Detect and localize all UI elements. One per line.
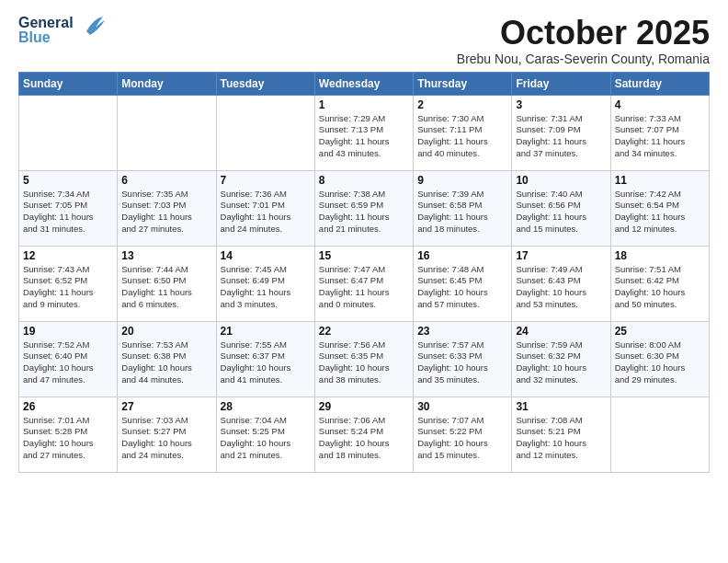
day-number: 21 <box>221 325 311 338</box>
calendar-cell: 20Sunrise: 7:53 AM Sunset: 6:38 PM Dayli… <box>118 321 216 396</box>
calendar-cell: 26Sunrise: 7:01 AM Sunset: 5:28 PM Dayli… <box>19 396 118 472</box>
day-info: Sunrise: 7:57 AM Sunset: 6:33 PM Dayligh… <box>417 339 507 386</box>
day-number: 8 <box>319 174 409 187</box>
day-number: 16 <box>417 249 507 262</box>
day-number: 14 <box>221 249 311 262</box>
day-info: Sunrise: 7:38 AM Sunset: 6:59 PM Dayligh… <box>319 189 409 236</box>
calendar-cell: 16Sunrise: 7:48 AM Sunset: 6:45 PM Dayli… <box>414 246 512 321</box>
day-number: 29 <box>319 400 409 413</box>
calendar-cell <box>118 95 216 170</box>
day-info: Sunrise: 8:00 AM Sunset: 6:30 PM Dayligh… <box>615 339 705 386</box>
title-block: October 2025 Brebu Nou, Caras-Severin Co… <box>457 15 710 66</box>
day-info: Sunrise: 7:53 AM Sunset: 6:38 PM Dayligh… <box>121 339 211 386</box>
calendar-cell: 29Sunrise: 7:06 AM Sunset: 5:24 PM Dayli… <box>314 396 413 472</box>
day-info: Sunrise: 7:40 AM Sunset: 6:56 PM Dayligh… <box>516 189 606 236</box>
week-row-0: 1Sunrise: 7:29 AM Sunset: 7:13 PM Daylig… <box>19 95 710 170</box>
weekday-header-wednesday: Wednesday <box>314 72 413 95</box>
logo-bird-icon <box>77 15 105 46</box>
day-number: 4 <box>615 98 705 111</box>
day-number: 3 <box>516 98 606 111</box>
calendar-cell: 27Sunrise: 7:03 AM Sunset: 5:27 PM Dayli… <box>118 396 216 472</box>
weekday-header-sunday: Sunday <box>19 72 118 95</box>
day-number: 17 <box>516 249 606 262</box>
calendar: SundayMondayTuesdayWednesdayThursdayFrid… <box>18 72 710 473</box>
day-info: Sunrise: 7:04 AM Sunset: 5:25 PM Dayligh… <box>221 415 311 462</box>
calendar-cell: 13Sunrise: 7:44 AM Sunset: 6:50 PM Dayli… <box>118 246 216 321</box>
day-info: Sunrise: 7:31 AM Sunset: 7:09 PM Dayligh… <box>516 113 606 160</box>
calendar-cell: 22Sunrise: 7:56 AM Sunset: 6:35 PM Dayli… <box>314 321 413 396</box>
weekday-header-thursday: Thursday <box>414 72 512 95</box>
calendar-cell: 23Sunrise: 7:57 AM Sunset: 6:33 PM Dayli… <box>414 321 512 396</box>
calendar-cell: 14Sunrise: 7:45 AM Sunset: 6:49 PM Dayli… <box>216 246 314 321</box>
week-row-1: 5Sunrise: 7:34 AM Sunset: 7:05 PM Daylig… <box>19 170 710 246</box>
calendar-cell: 1Sunrise: 7:29 AM Sunset: 7:13 PM Daylig… <box>314 95 413 170</box>
week-row-2: 12Sunrise: 7:43 AM Sunset: 6:52 PM Dayli… <box>19 246 710 321</box>
day-number: 11 <box>615 174 705 187</box>
day-number: 5 <box>23 174 113 187</box>
day-info: Sunrise: 7:55 AM Sunset: 6:37 PM Dayligh… <box>221 339 311 386</box>
day-info: Sunrise: 7:33 AM Sunset: 7:07 PM Dayligh… <box>615 113 705 160</box>
day-info: Sunrise: 7:34 AM Sunset: 7:05 PM Dayligh… <box>23 189 113 236</box>
calendar-cell: 2Sunrise: 7:30 AM Sunset: 7:11 PM Daylig… <box>414 95 512 170</box>
day-number: 18 <box>615 249 705 262</box>
day-number: 1 <box>319 98 409 111</box>
subtitle: Brebu Nou, Caras-Severin County, Romania <box>457 52 710 66</box>
day-number: 10 <box>516 174 606 187</box>
day-info: Sunrise: 7:06 AM Sunset: 5:24 PM Dayligh… <box>319 415 409 462</box>
weekday-header-friday: Friday <box>512 72 610 95</box>
day-info: Sunrise: 7:43 AM Sunset: 6:52 PM Dayligh… <box>23 264 113 311</box>
day-info: Sunrise: 7:52 AM Sunset: 6:40 PM Dayligh… <box>23 339 113 386</box>
calendar-cell: 4Sunrise: 7:33 AM Sunset: 7:07 PM Daylig… <box>610 95 709 170</box>
day-info: Sunrise: 7:07 AM Sunset: 5:22 PM Dayligh… <box>417 415 507 462</box>
page: General Blue October 2025 Brebu Nou, Car… <box>0 0 728 482</box>
day-info: Sunrise: 7:08 AM Sunset: 5:21 PM Dayligh… <box>516 415 606 462</box>
logo-blue: Blue <box>18 30 74 45</box>
calendar-cell: 8Sunrise: 7:38 AM Sunset: 6:59 PM Daylig… <box>314 170 413 246</box>
day-info: Sunrise: 7:36 AM Sunset: 7:01 PM Dayligh… <box>221 189 311 236</box>
weekday-header-tuesday: Tuesday <box>216 72 314 95</box>
day-info: Sunrise: 7:45 AM Sunset: 6:49 PM Dayligh… <box>221 264 311 311</box>
day-number: 7 <box>221 174 311 187</box>
calendar-cell: 31Sunrise: 7:08 AM Sunset: 5:21 PM Dayli… <box>512 396 610 472</box>
calendar-cell: 28Sunrise: 7:04 AM Sunset: 5:25 PM Dayli… <box>216 396 314 472</box>
week-row-3: 19Sunrise: 7:52 AM Sunset: 6:40 PM Dayli… <box>19 321 710 396</box>
day-info: Sunrise: 7:44 AM Sunset: 6:50 PM Dayligh… <box>121 264 211 311</box>
calendar-cell <box>19 95 118 170</box>
day-info: Sunrise: 7:51 AM Sunset: 6:42 PM Dayligh… <box>615 264 705 311</box>
day-number: 12 <box>23 249 113 262</box>
month-title: October 2025 <box>457 15 710 52</box>
day-info: Sunrise: 7:47 AM Sunset: 6:47 PM Dayligh… <box>319 264 409 311</box>
day-number: 30 <box>417 400 507 413</box>
day-number: 6 <box>121 174 211 187</box>
day-info: Sunrise: 7:03 AM Sunset: 5:27 PM Dayligh… <box>121 415 211 462</box>
weekday-header-monday: Monday <box>118 72 216 95</box>
calendar-cell: 12Sunrise: 7:43 AM Sunset: 6:52 PM Dayli… <box>19 246 118 321</box>
calendar-cell: 19Sunrise: 7:52 AM Sunset: 6:40 PM Dayli… <box>19 321 118 396</box>
day-number: 26 <box>23 400 113 413</box>
day-info: Sunrise: 7:49 AM Sunset: 6:43 PM Dayligh… <box>516 264 606 311</box>
calendar-cell <box>216 95 314 170</box>
calendar-cell: 17Sunrise: 7:49 AM Sunset: 6:43 PM Dayli… <box>512 246 610 321</box>
day-number: 24 <box>516 325 606 338</box>
day-info: Sunrise: 7:42 AM Sunset: 6:54 PM Dayligh… <box>615 189 705 236</box>
day-number: 28 <box>221 400 311 413</box>
logo: General Blue <box>18 15 105 46</box>
calendar-cell: 18Sunrise: 7:51 AM Sunset: 6:42 PM Dayli… <box>610 246 709 321</box>
day-info: Sunrise: 7:59 AM Sunset: 6:32 PM Dayligh… <box>516 339 606 386</box>
day-number: 31 <box>516 400 606 413</box>
day-number: 27 <box>121 400 211 413</box>
logo-general: General <box>18 16 74 30</box>
calendar-cell: 10Sunrise: 7:40 AM Sunset: 6:56 PM Dayli… <box>512 170 610 246</box>
calendar-cell: 7Sunrise: 7:36 AM Sunset: 7:01 PM Daylig… <box>216 170 314 246</box>
day-number: 20 <box>121 325 211 338</box>
day-number: 22 <box>319 325 409 338</box>
day-number: 13 <box>121 249 211 262</box>
day-number: 23 <box>417 325 507 338</box>
day-number: 9 <box>417 174 507 187</box>
calendar-cell: 11Sunrise: 7:42 AM Sunset: 6:54 PM Dayli… <box>610 170 709 246</box>
day-info: Sunrise: 7:30 AM Sunset: 7:11 PM Dayligh… <box>417 113 507 160</box>
calendar-cell: 30Sunrise: 7:07 AM Sunset: 5:22 PM Dayli… <box>414 396 512 472</box>
calendar-cell: 5Sunrise: 7:34 AM Sunset: 7:05 PM Daylig… <box>19 170 118 246</box>
calendar-cell: 15Sunrise: 7:47 AM Sunset: 6:47 PM Dayli… <box>314 246 413 321</box>
day-info: Sunrise: 7:48 AM Sunset: 6:45 PM Dayligh… <box>417 264 507 311</box>
